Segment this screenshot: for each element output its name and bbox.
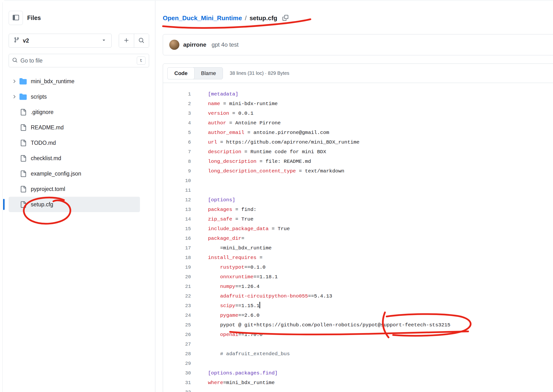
chevron-right-icon[interactable]: [11, 94, 18, 99]
line-number[interactable]: 32: [163, 388, 191, 392]
tree-item-mini-bdx-runtime[interactable]: mini_bdx_runtime: [9, 74, 140, 89]
line-content: description = Runtime code for mini BDX: [191, 147, 326, 157]
tree-item--gitignore[interactable]: .gitignore: [9, 104, 140, 120]
line-content: scipy==1.15.1: [191, 301, 260, 311]
search-this-repo-button[interactable]: [134, 34, 149, 47]
tree-item-scripts[interactable]: scripts: [9, 89, 140, 104]
folder-icon: [19, 93, 27, 100]
line-content: name = mini-bdx-runtime: [191, 99, 278, 109]
commit-message[interactable]: gpt 4o test: [212, 41, 239, 48]
collapse-sidebar-button[interactable]: [9, 11, 23, 25]
code-line: 21 numpy==1.26.4: [163, 282, 553, 292]
line-number[interactable]: 29: [163, 359, 191, 368]
add-file-button[interactable]: [119, 34, 134, 47]
tree-item-checklist-md[interactable]: checklist.md: [9, 151, 140, 166]
avatar[interactable]: [169, 40, 179, 50]
code-line: 1[metadata]: [163, 90, 553, 99]
sidebar-header: Files: [9, 11, 149, 25]
line-number[interactable]: 28: [163, 349, 191, 359]
code-line: 14zip_safe = True: [163, 215, 553, 224]
tree-item-readme-md[interactable]: README.md: [9, 120, 140, 135]
tree-item-label: mini_bdx_runtime: [31, 78, 75, 85]
line-content: [191, 186, 208, 195]
line-number[interactable]: 30: [163, 368, 191, 378]
tree-item-todo-md[interactable]: TODO.md: [9, 135, 140, 151]
file-icon: [19, 170, 27, 177]
go-to-file-placeholder: Go to file: [21, 57, 42, 64]
line-content: author = Antoine Pirrone: [191, 118, 281, 128]
go-to-file-input[interactable]: Go to file t: [9, 54, 149, 67]
line-content: author_email = antoine.pirrone@gmail.com: [191, 128, 329, 138]
line-number[interactable]: 1: [163, 90, 191, 99]
line-number[interactable]: 17: [163, 243, 191, 253]
tree-item-pyproject-toml[interactable]: pyproject.toml: [9, 181, 140, 197]
commit-author[interactable]: apirrone: [183, 41, 206, 48]
line-number[interactable]: 7: [163, 147, 191, 157]
line-number[interactable]: 3: [163, 109, 191, 118]
line-content: install_requires =: [191, 253, 263, 263]
line-content: [191, 176, 208, 186]
line-number[interactable]: 2: [163, 99, 191, 109]
sidebar-collapse-icon: [12, 14, 20, 22]
line-content: [191, 359, 208, 368]
code-line: 3version = 0.0.1: [163, 109, 553, 118]
line-number[interactable]: 20: [163, 272, 191, 282]
line-content: =mini_bdx_runtime: [191, 243, 272, 253]
copy-path-button[interactable]: [282, 14, 289, 22]
code-line: 23 scipy==1.15.1: [163, 301, 553, 311]
breadcrumb-repo-link[interactable]: Open_Duck_Mini_Runtime: [163, 14, 242, 22]
code-line: 24 pygame==2.6.0: [163, 311, 553, 320]
line-number[interactable]: 31: [163, 378, 191, 388]
line-number[interactable]: 15: [163, 224, 191, 234]
code-line: 16package_dir=: [163, 234, 553, 243]
latest-commit-bar[interactable]: apirrone gpt 4o test: [163, 34, 553, 55]
line-content: package_dir=: [191, 234, 244, 243]
tab-blame[interactable]: Blame: [194, 68, 223, 79]
chevron-right-icon[interactable]: [11, 79, 18, 84]
line-number[interactable]: 10: [163, 176, 191, 186]
line-number[interactable]: 14: [163, 215, 191, 224]
line-number[interactable]: 13: [163, 205, 191, 215]
tree-item-label: TODO.md: [31, 140, 56, 146]
code-line: 31where=mini_bdx_runtime: [163, 378, 553, 388]
files-sidebar: Files v2: [3, 1, 155, 392]
line-content: numpy==1.26.4: [191, 282, 259, 292]
line-number[interactable]: 11: [163, 186, 191, 195]
line-number[interactable]: 6: [163, 138, 191, 147]
line-number[interactable]: 19: [163, 263, 191, 272]
breadcrumb-file-name: setup.cfg: [249, 14, 277, 22]
file-icon: [19, 124, 27, 131]
line-number[interactable]: 23: [163, 301, 191, 311]
line-number[interactable]: 18: [163, 253, 191, 263]
line-content: long_description = file: README.md: [191, 157, 311, 166]
tree-item-label: scripts: [31, 94, 47, 100]
tab-code[interactable]: Code: [167, 67, 194, 79]
line-number[interactable]: 9: [163, 166, 191, 176]
line-number[interactable]: 16: [163, 234, 191, 243]
search-icon: [12, 57, 18, 64]
line-number[interactable]: 24: [163, 311, 191, 320]
code-line: 19 rustypot==0.1.0: [163, 263, 553, 272]
code-line: 32: [163, 388, 553, 392]
branch-selector[interactable]: v2: [9, 34, 111, 48]
chevron-down-icon: [101, 37, 106, 44]
code-line: 18install_requires =: [163, 253, 553, 263]
line-content: [options]: [191, 195, 235, 205]
line-number[interactable]: 8: [163, 157, 191, 166]
search-icon: [138, 37, 144, 44]
code-line: 7description = Runtime code for mini BDX: [163, 147, 553, 157]
github-file-view: Files v2: [0, 0, 553, 392]
git-branch-icon: [14, 37, 20, 44]
tree-item-example-config-json[interactable]: example_config.json: [9, 166, 140, 181]
tree-item-setup-cfg[interactable]: setup.cfg: [9, 197, 140, 212]
line-number[interactable]: 26: [163, 330, 191, 340]
line-number[interactable]: 25: [163, 320, 191, 330]
line-number[interactable]: 21: [163, 282, 191, 292]
line-content: adafruit-circuitpython-bno055==5.4.13: [191, 292, 332, 301]
line-number[interactable]: 4: [163, 118, 191, 128]
line-number[interactable]: 22: [163, 292, 191, 301]
line-number[interactable]: 5: [163, 128, 191, 138]
line-number[interactable]: 27: [163, 340, 191, 349]
file-icon: [19, 186, 27, 192]
line-number[interactable]: 12: [163, 195, 191, 205]
